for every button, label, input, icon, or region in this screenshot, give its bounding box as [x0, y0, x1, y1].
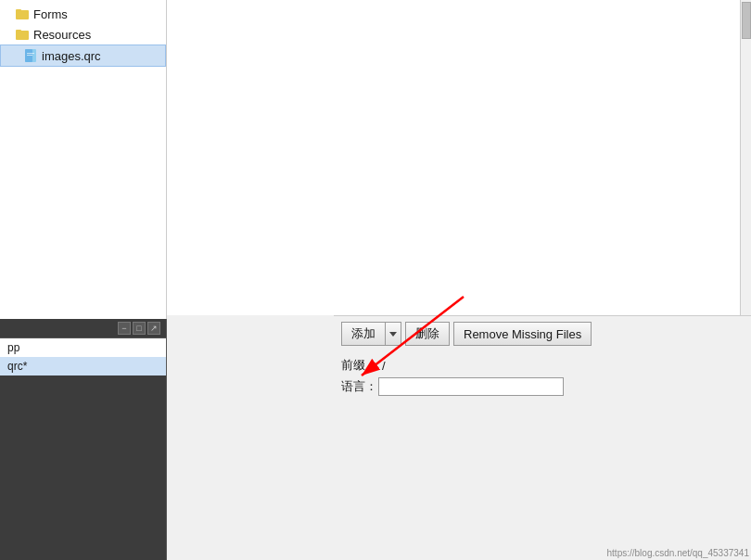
watermark-text: https://blog.csdn.net/qq_45337341 — [607, 548, 749, 558]
sidebar-section-forms: Forms Resources images.qrc — [0, 0, 166, 70]
delete-button[interactable]: 删除 — [405, 322, 450, 346]
language-input[interactable] — [378, 377, 564, 396]
prefix-label: 前缀： — [341, 357, 378, 374]
file-icon — [23, 48, 38, 63]
toolbar-area: 添加 删除 Remove Missing Files 添加文件 添加前缀 前缀：… — [334, 315, 751, 560]
svg-rect-7 — [27, 55, 32, 56]
prefix-value: / — [382, 359, 386, 373]
sidebar-item-resources[interactable]: Resources — [0, 24, 166, 45]
sidebar-bottom-controls: − □ ↗ — [118, 322, 160, 335]
sidebar-bottom-panel: − □ ↗ pp qrc* — [0, 319, 167, 560]
main-content — [167, 0, 751, 315]
main-area: 添加 删除 Remove Missing Files 添加文件 添加前缀 前缀：… — [167, 0, 751, 560]
sidebar-item-forms[interactable]: Forms — [0, 4, 166, 24]
language-row: 语言： — [341, 377, 751, 396]
svg-rect-1 — [16, 9, 21, 12]
svg-rect-3 — [16, 30, 21, 32]
chevron-down-icon — [389, 332, 397, 337]
sidebar-bottom-title — [6, 322, 8, 335]
scroll-thumb[interactable] — [742, 2, 751, 39]
scrollbar[interactable] — [740, 0, 751, 315]
sidebar-bottom-item-qrc[interactable]: qrc* — [0, 357, 166, 375]
sidebar-ctrl-plus[interactable]: □ — [133, 322, 146, 335]
add-button-group: 添加 — [341, 322, 401, 346]
prefix-row: 前缀： / — [341, 357, 751, 374]
language-label: 语言： — [341, 378, 378, 395]
remove-missing-button[interactable]: Remove Missing Files — [453, 322, 592, 346]
add-dropdown-button[interactable] — [385, 322, 401, 346]
sidebar-ctrl-minus[interactable]: − — [118, 322, 131, 335]
sidebar-bottom-list: pp qrc* — [0, 338, 166, 375]
form-fields: 前缀： / 语言： — [334, 351, 751, 405]
sidebar-bottom-item-pp[interactable]: pp — [0, 338, 166, 357]
sidebar-ctrl-window[interactable]: ↗ — [147, 322, 160, 335]
sidebar-item-resources-label: Resources — [33, 28, 91, 42]
add-button[interactable]: 添加 — [341, 322, 385, 346]
folder-icon — [15, 6, 30, 21]
sidebar-item-file-label: images.qrc — [42, 49, 101, 63]
svg-rect-6 — [27, 53, 34, 54]
folder-icon-resources — [15, 27, 30, 42]
sidebar-item-images-qrc[interactable]: images.qrc — [0, 45, 166, 67]
sidebar-item-forms-label: Forms — [33, 7, 68, 21]
toolbar-row: 添加 删除 Remove Missing Files — [334, 316, 751, 351]
sidebar-bottom-header: − □ ↗ — [0, 319, 166, 338]
